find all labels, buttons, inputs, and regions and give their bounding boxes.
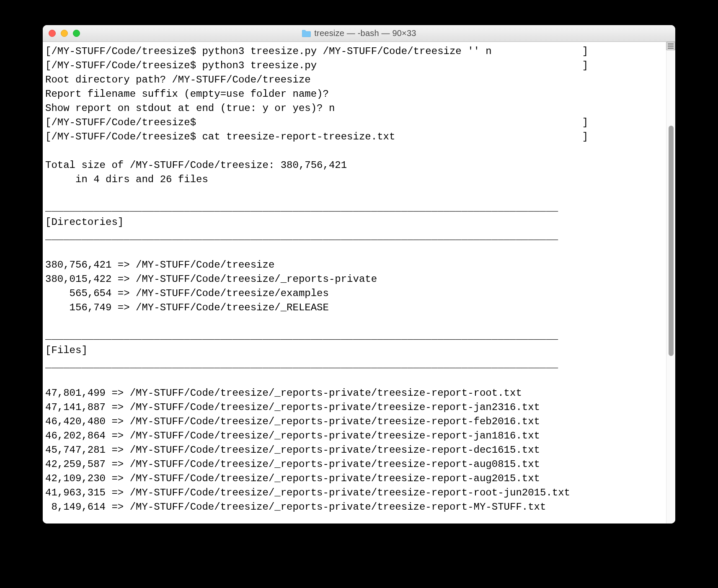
close-button[interactable]	[49, 30, 56, 37]
window-title: treesize — -bash — 90×33	[302, 28, 416, 38]
terminal-window: treesize — -bash — 90×33 [/MY-STUFF/Code…	[43, 25, 675, 524]
minimize-button[interactable]	[61, 30, 68, 37]
terminal-body: [/MY-STUFF/Code/treesize$ python3 treesi…	[43, 42, 675, 524]
scrollbar[interactable]	[666, 42, 675, 524]
folder-icon	[302, 30, 311, 37]
scroll-toggle-icon[interactable]	[666, 42, 675, 50]
titlebar[interactable]: treesize — -bash — 90×33	[43, 25, 675, 42]
terminal-output[interactable]: [/MY-STUFF/Code/treesize$ python3 treesi…	[43, 42, 666, 524]
scroll-thumb[interactable]	[669, 126, 674, 356]
zoom-button[interactable]	[73, 30, 80, 37]
window-controls	[43, 30, 80, 37]
window-title-text: treesize — -bash — 90×33	[314, 28, 416, 38]
